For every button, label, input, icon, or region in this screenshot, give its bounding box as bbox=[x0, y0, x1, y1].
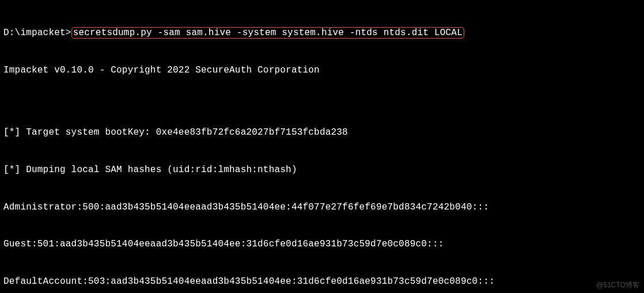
output-line: Guest:501:aad3b435b51404eeaad3b435b51404… bbox=[3, 238, 641, 251]
output-line: [*] Target system bootKey: 0xe4ee83fb72f… bbox=[3, 127, 641, 139]
output-line: Administrator:500:aad3b435b51404eeaad3b4… bbox=[3, 201, 641, 214]
output-line: DefaultAccount:503:aad3b435b51404eeaad3b… bbox=[3, 276, 641, 288]
impacket-banner: Impacket v0.10.0 - Copyright 2022 Secure… bbox=[3, 64, 641, 77]
output-line: [*] Dumping local SAM hashes (uid:rid:lm… bbox=[3, 164, 641, 177]
command-prompt-line[interactable]: D:\impacket>secretsdump.py -sam sam.hive… bbox=[3, 27, 641, 40]
terminal-output[interactable]: D:\impacket>secretsdump.py -sam sam.hive… bbox=[0, 0, 644, 293]
entered-command: secretsdump.py -sam sam.hive -system sys… bbox=[71, 27, 464, 39]
shell-prompt: D:\impacket> bbox=[3, 28, 71, 38]
